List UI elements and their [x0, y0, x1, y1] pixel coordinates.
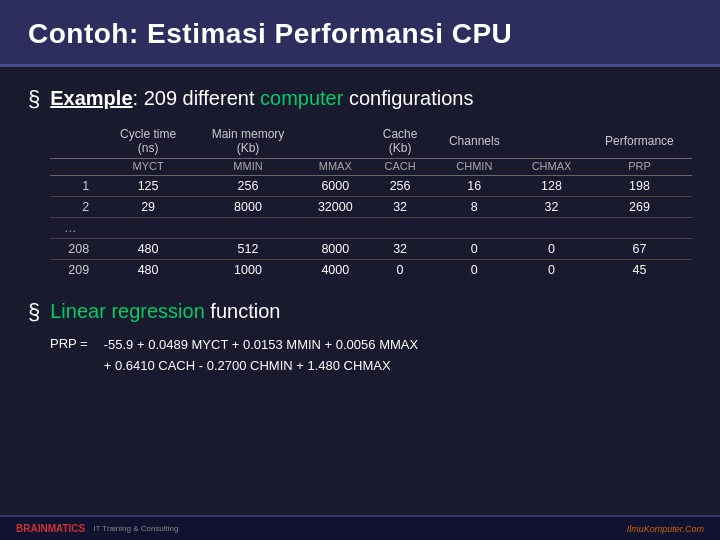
th-cycle-time: Cycle time(ns) [103, 124, 193, 159]
table-sub-header-row: MYCT MMIN MMAX CACH CHMIN CHMAX PRP [50, 159, 692, 176]
cell-chmin-209: 0 [432, 260, 516, 281]
cell-chmax-208: 0 [516, 239, 587, 260]
example-section: § Example: 209 different computer config… [28, 85, 692, 280]
slide: Contoh: Estimasi Performansi CPU § Examp… [0, 0, 720, 540]
cell-mmax-209: 4000 [303, 260, 368, 281]
formula-line1: -55.9 + 0.0489 MYCT + 0.0153 MMIN + 0.00… [104, 337, 418, 352]
linear-regression-label: Linear regression [50, 300, 205, 322]
cell-num-2: 2 [50, 197, 103, 218]
cell-num-1: 1 [50, 176, 103, 197]
cell-chmax-209: 0 [516, 260, 587, 281]
example-label: Example: 209 different computer configur… [50, 85, 473, 111]
data-table-container: Cycle time(ns) Main memory(Kb) Cache(Kb)… [50, 124, 692, 280]
example-bullet-row: § Example: 209 different computer config… [28, 85, 692, 112]
cell-myct-2: 29 [103, 197, 193, 218]
th-sub-blank [50, 159, 103, 176]
slide-content: § Example: 209 different computer config… [0, 67, 720, 515]
th-chmax-sub: CHMAX [516, 159, 587, 176]
th-row-num [50, 124, 103, 159]
table-row: 1 125 256 6000 256 16 128 198 [50, 176, 692, 197]
regression-section: § Linear regression function PRP = -55.9… [28, 298, 692, 377]
th-mmax-sub: MMAX [303, 159, 368, 176]
cell-chmin-1: 16 [432, 176, 516, 197]
table-row: 2 29 8000 32000 32 8 32 269 [50, 197, 692, 218]
cell-chmin-208: 0 [432, 239, 516, 260]
footer-right: IlmuKomputer.Com [627, 524, 704, 534]
cell-cach-2: 32 [368, 197, 433, 218]
cell-chmin-2: 8 [432, 197, 516, 218]
slide-footer: BRAINMATICS IT Training & Consulting Ilm… [0, 515, 720, 540]
cell-cach-1: 256 [368, 176, 433, 197]
cell-ellipsis: … [50, 218, 692, 239]
formula-section: PRP = -55.9 + 0.0489 MYCT + 0.0153 MMIN … [50, 335, 692, 377]
cell-mmin-208: 512 [193, 239, 303, 260]
slide-header: Contoh: Estimasi Performansi CPU [0, 0, 720, 67]
th-prp: PRP [587, 159, 692, 176]
cell-cach-208: 32 [368, 239, 433, 260]
cell-myct-209: 480 [103, 260, 193, 281]
formula-text: -55.9 + 0.0489 MYCT + 0.0153 MMIN + 0.00… [104, 335, 418, 377]
table-row-ellipsis: … [50, 218, 692, 239]
regression-bullet-icon: § [28, 299, 40, 325]
prp-label: PRP = [50, 336, 88, 351]
th-cache: Cache(Kb) [368, 124, 433, 159]
th-cach: CACH [368, 159, 433, 176]
table-row: 208 480 512 8000 32 0 0 67 [50, 239, 692, 260]
cell-cach-209: 0 [368, 260, 433, 281]
cell-mmax-208: 8000 [303, 239, 368, 260]
cell-prp-209: 45 [587, 260, 692, 281]
example-bold-label: Example [50, 87, 132, 109]
cell-mmin-1: 256 [193, 176, 303, 197]
footer-tagline: IT Training & Consulting [93, 524, 178, 533]
example-label-rest: : 209 different [133, 87, 261, 109]
cell-mmin-2: 8000 [193, 197, 303, 218]
th-chmax [516, 124, 587, 159]
cell-mmin-209: 1000 [193, 260, 303, 281]
cell-mmax-1: 6000 [303, 176, 368, 197]
slide-title: Contoh: Estimasi Performansi CPU [28, 18, 692, 50]
footer-left: BRAINMATICS IT Training & Consulting [16, 523, 179, 534]
cell-num-208: 208 [50, 239, 103, 260]
th-performance: Performance [587, 124, 692, 159]
cell-prp-208: 67 [587, 239, 692, 260]
example-bullet-icon: § [28, 86, 40, 112]
th-myct: MYCT [103, 159, 193, 176]
cell-prp-2: 269 [587, 197, 692, 218]
regression-label: Linear regression function [50, 298, 280, 324]
cell-chmax-2: 32 [516, 197, 587, 218]
th-chmin: CHMIN [432, 159, 516, 176]
brainmatics-logo: BRAINMATICS [16, 523, 85, 534]
cell-chmax-1: 128 [516, 176, 587, 197]
formula-line2: + 0.6410 CACH - 0.2700 CHMIN + 1.480 CHM… [104, 358, 391, 373]
cell-num-209: 209 [50, 260, 103, 281]
regression-label-rest: function [205, 300, 281, 322]
cell-prp-1: 198 [587, 176, 692, 197]
table-header-group-row: Cycle time(ns) Main memory(Kb) Cache(Kb)… [50, 124, 692, 159]
data-table: Cycle time(ns) Main memory(Kb) Cache(Kb)… [50, 124, 692, 280]
th-mmax [303, 124, 368, 159]
regression-bullet-row: § Linear regression function [28, 298, 692, 325]
computer-label: computer [260, 87, 343, 109]
th-channels: Channels [432, 124, 516, 159]
cell-myct-1: 125 [103, 176, 193, 197]
example-label-end: configurations [343, 87, 473, 109]
table-row: 209 480 1000 4000 0 0 0 45 [50, 260, 692, 281]
th-mmin: Main memory(Kb) [193, 124, 303, 159]
th-mmin-sub: MMIN [193, 159, 303, 176]
cell-myct-208: 480 [103, 239, 193, 260]
cell-mmax-2: 32000 [303, 197, 368, 218]
